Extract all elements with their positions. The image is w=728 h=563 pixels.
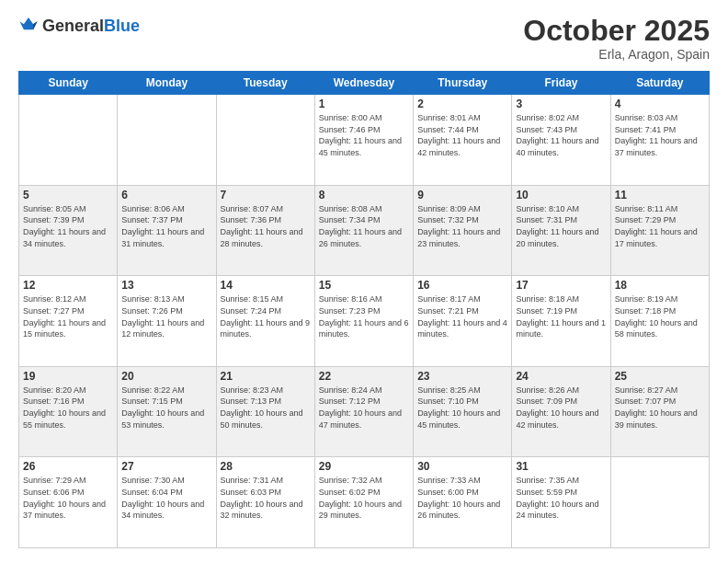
calendar-cell: 3Sunrise: 8:02 AMSunset: 7:43 PMDaylight…	[512, 95, 610, 186]
header-monday: Monday	[118, 72, 216, 95]
calendar-cell: 6Sunrise: 8:06 AMSunset: 7:37 PMDaylight…	[118, 185, 216, 276]
calendar-cell: 13Sunrise: 8:13 AMSunset: 7:26 PMDayligh…	[118, 276, 216, 367]
calendar-table: Sunday Monday Tuesday Wednesday Thursday…	[18, 71, 710, 548]
day-number: 18	[615, 279, 705, 292]
calendar-cell: 26Sunrise: 7:29 AMSunset: 6:06 PMDayligh…	[19, 457, 118, 548]
calendar-cell: 28Sunrise: 7:31 AMSunset: 6:03 PMDayligh…	[216, 457, 314, 548]
header-sunday: Sunday	[19, 72, 118, 95]
day-info: Sunrise: 8:22 AMSunset: 7:15 PMDaylight:…	[121, 385, 211, 431]
calendar-week-row: 5Sunrise: 8:05 AMSunset: 7:39 PMDaylight…	[19, 185, 710, 276]
day-info: Sunrise: 8:05 AMSunset: 7:39 PMDaylight:…	[23, 203, 113, 249]
header-friday: Friday	[512, 72, 610, 95]
calendar-cell: 7Sunrise: 8:07 AMSunset: 7:36 PMDaylight…	[216, 185, 314, 276]
day-info: Sunrise: 7:29 AMSunset: 6:06 PMDaylight:…	[23, 475, 113, 521]
calendar-cell	[19, 95, 118, 186]
day-number: 15	[319, 279, 409, 292]
day-number: 21	[221, 370, 311, 383]
day-number: 27	[121, 460, 211, 473]
day-info: Sunrise: 8:25 AMSunset: 7:10 PMDaylight:…	[417, 385, 507, 431]
day-info: Sunrise: 8:01 AMSunset: 7:44 PMDaylight:…	[417, 112, 507, 158]
day-info: Sunrise: 8:19 AMSunset: 7:18 PMDaylight:…	[615, 293, 705, 339]
day-info: Sunrise: 8:06 AMSunset: 7:37 PMDaylight:…	[121, 203, 211, 249]
calendar-cell: 11Sunrise: 8:11 AMSunset: 7:29 PMDayligh…	[610, 185, 709, 276]
day-info: Sunrise: 8:10 AMSunset: 7:31 PMDaylight:…	[516, 203, 606, 249]
calendar-cell	[118, 95, 216, 186]
day-info: Sunrise: 8:26 AMSunset: 7:09 PMDaylight:…	[516, 385, 606, 431]
day-info: Sunrise: 8:20 AMSunset: 7:16 PMDaylight:…	[23, 385, 113, 431]
day-info: Sunrise: 7:30 AMSunset: 6:04 PMDaylight:…	[121, 475, 211, 521]
svg-marker-1	[33, 21, 37, 29]
calendar-cell: 17Sunrise: 8:18 AMSunset: 7:19 PMDayligh…	[512, 276, 610, 367]
calendar-cell: 29Sunrise: 7:32 AMSunset: 6:02 PMDayligh…	[314, 457, 413, 548]
day-number: 19	[23, 370, 113, 383]
day-number: 13	[121, 279, 211, 292]
day-number: 8	[319, 189, 409, 201]
day-number: 31	[516, 460, 606, 473]
logo-text: GeneralBlue	[42, 17, 140, 36]
day-info: Sunrise: 8:00 AMSunset: 7:46 PMDaylight:…	[319, 112, 409, 158]
day-number: 29	[319, 460, 409, 473]
header-tuesday: Tuesday	[216, 72, 314, 95]
header-thursday: Thursday	[414, 72, 512, 95]
day-number: 30	[417, 460, 507, 473]
calendar-cell: 15Sunrise: 8:16 AMSunset: 7:23 PMDayligh…	[314, 276, 413, 367]
calendar-cell: 8Sunrise: 8:08 AMSunset: 7:34 PMDaylight…	[314, 185, 413, 276]
calendar-cell: 23Sunrise: 8:25 AMSunset: 7:10 PMDayligh…	[414, 366, 512, 457]
day-info: Sunrise: 7:32 AMSunset: 6:02 PMDaylight:…	[319, 475, 409, 521]
header: GeneralBlue October 2025 Erla, Aragon, S…	[18, 15, 710, 62]
logo-blue: Blue	[104, 17, 140, 35]
day-number: 2	[417, 98, 507, 110]
day-info: Sunrise: 8:18 AMSunset: 7:19 PMDaylight:…	[516, 293, 606, 339]
day-number: 3	[516, 98, 606, 110]
calendar-cell: 12Sunrise: 8:12 AMSunset: 7:27 PMDayligh…	[19, 276, 118, 367]
logo-general: General	[42, 17, 104, 35]
calendar-cell: 30Sunrise: 7:33 AMSunset: 6:00 PMDayligh…	[414, 457, 512, 548]
day-number: 1	[319, 98, 409, 110]
day-info: Sunrise: 8:24 AMSunset: 7:12 PMDaylight:…	[319, 385, 409, 431]
day-number: 10	[516, 189, 606, 201]
calendar-week-row: 26Sunrise: 7:29 AMSunset: 6:06 PMDayligh…	[19, 457, 710, 548]
logo-icon	[18, 15, 39, 39]
calendar-cell: 2Sunrise: 8:01 AMSunset: 7:44 PMDaylight…	[414, 95, 512, 186]
day-info: Sunrise: 8:08 AMSunset: 7:34 PMDaylight:…	[319, 203, 409, 249]
day-info: Sunrise: 8:02 AMSunset: 7:43 PMDaylight:…	[516, 112, 606, 158]
calendar-cell: 25Sunrise: 8:27 AMSunset: 7:07 PMDayligh…	[610, 366, 709, 457]
day-number: 22	[319, 370, 409, 383]
calendar-cell: 1Sunrise: 8:00 AMSunset: 7:46 PMDaylight…	[314, 95, 413, 186]
day-number: 4	[615, 98, 705, 110]
calendar-cell: 24Sunrise: 8:26 AMSunset: 7:09 PMDayligh…	[512, 366, 610, 457]
title-block: October 2025 Erla, Aragon, Spain	[523, 15, 710, 62]
day-number: 14	[221, 279, 311, 292]
day-number: 25	[615, 370, 705, 383]
calendar-cell: 27Sunrise: 7:30 AMSunset: 6:04 PMDayligh…	[118, 457, 216, 548]
day-info: Sunrise: 8:11 AMSunset: 7:29 PMDaylight:…	[615, 203, 705, 249]
day-number: 28	[221, 460, 311, 473]
day-info: Sunrise: 8:13 AMSunset: 7:26 PMDaylight:…	[121, 293, 211, 339]
day-info: Sunrise: 7:31 AMSunset: 6:03 PMDaylight:…	[221, 475, 311, 521]
calendar-cell: 21Sunrise: 8:23 AMSunset: 7:13 PMDayligh…	[216, 366, 314, 457]
calendar-cell: 31Sunrise: 7:35 AMSunset: 5:59 PMDayligh…	[512, 457, 610, 548]
weekday-header-row: Sunday Monday Tuesday Wednesday Thursday…	[19, 72, 710, 95]
calendar-cell: 4Sunrise: 8:03 AMSunset: 7:41 PMDaylight…	[610, 95, 709, 186]
calendar-cell: 16Sunrise: 8:17 AMSunset: 7:21 PMDayligh…	[414, 276, 512, 367]
calendar-cell: 14Sunrise: 8:15 AMSunset: 7:24 PMDayligh…	[216, 276, 314, 367]
day-number: 17	[516, 279, 606, 292]
day-number: 23	[417, 370, 507, 383]
logo: GeneralBlue	[18, 15, 140, 39]
header-wednesday: Wednesday	[314, 72, 413, 95]
calendar-cell: 5Sunrise: 8:05 AMSunset: 7:39 PMDaylight…	[19, 185, 118, 276]
calendar-week-row: 12Sunrise: 8:12 AMSunset: 7:27 PMDayligh…	[19, 276, 710, 367]
header-saturday: Saturday	[610, 72, 709, 95]
calendar-cell: 9Sunrise: 8:09 AMSunset: 7:32 PMDaylight…	[414, 185, 512, 276]
calendar-week-row: 19Sunrise: 8:20 AMSunset: 7:16 PMDayligh…	[19, 366, 710, 457]
day-number: 24	[516, 370, 606, 383]
day-number: 5	[23, 189, 113, 201]
calendar-cell	[610, 457, 709, 548]
day-info: Sunrise: 8:16 AMSunset: 7:23 PMDaylight:…	[319, 293, 409, 339]
calendar-cell: 20Sunrise: 8:22 AMSunset: 7:15 PMDayligh…	[118, 366, 216, 457]
month-title: October 2025	[523, 15, 710, 47]
page: GeneralBlue October 2025 Erla, Aragon, S…	[0, 0, 728, 563]
calendar-week-row: 1Sunrise: 8:00 AMSunset: 7:46 PMDaylight…	[19, 95, 710, 186]
day-info: Sunrise: 7:33 AMSunset: 6:00 PMDaylight:…	[417, 475, 507, 521]
day-info: Sunrise: 8:15 AMSunset: 7:24 PMDaylight:…	[221, 293, 311, 339]
